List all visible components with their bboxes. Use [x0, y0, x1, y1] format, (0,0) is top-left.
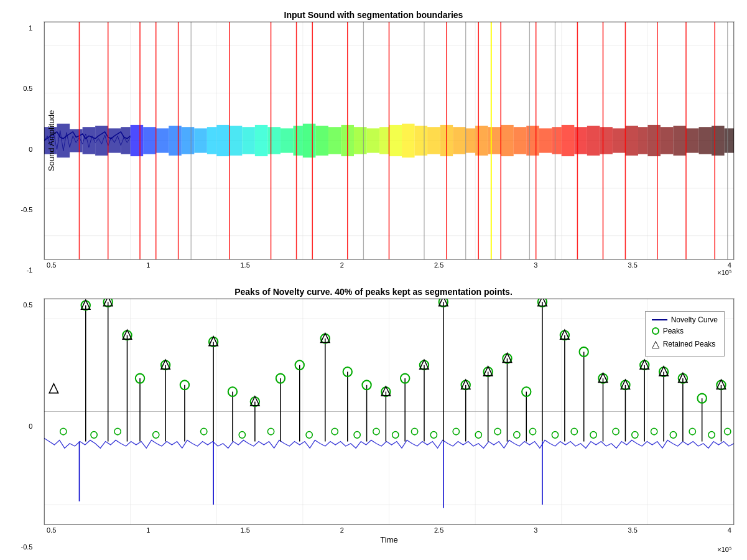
svg-point-196	[552, 432, 558, 439]
svg-rect-54	[562, 125, 575, 156]
svg-rect-64	[686, 128, 699, 152]
svg-point-188	[392, 432, 399, 439]
svg-rect-59	[625, 126, 638, 156]
svg-point-185	[332, 428, 338, 435]
svg-rect-37	[354, 127, 367, 154]
svg-point-193	[494, 428, 501, 435]
svg-point-198	[590, 432, 596, 439]
svg-rect-52	[539, 128, 552, 152]
svg-rect-30	[267, 127, 281, 154]
svg-rect-23	[182, 127, 195, 154]
bottom-chart-svg	[44, 299, 734, 525]
svg-rect-21	[156, 128, 169, 152]
bottom-x-ticks: 0.5 1 1.5 2 2.5 3 3.5 4	[44, 525, 735, 534]
svg-point-184	[306, 432, 312, 439]
top-chart-svg	[44, 22, 734, 259]
svg-point-183	[267, 428, 274, 435]
svg-point-201	[651, 428, 657, 435]
svg-rect-25	[207, 127, 216, 154]
legend-circle-peaks	[652, 327, 659, 335]
legend-label-peaks: Peaks	[663, 327, 684, 335]
svg-rect-33	[303, 124, 316, 158]
legend-label-retained: Retained Peaks	[663, 340, 716, 348]
svg-rect-62	[661, 127, 674, 154]
svg-rect-31	[281, 128, 294, 152]
svg-point-203	[689, 428, 695, 435]
svg-point-187	[373, 428, 379, 435]
svg-point-177	[60, 428, 67, 435]
svg-point-191	[453, 428, 459, 435]
svg-rect-61	[647, 125, 661, 156]
svg-rect-63	[673, 126, 686, 156]
svg-rect-51	[526, 126, 539, 156]
bottom-x-exp: ×10⁵	[44, 546, 735, 554]
svg-rect-13	[57, 124, 70, 158]
svg-point-181	[201, 428, 207, 435]
svg-rect-53	[552, 127, 561, 154]
svg-rect-47	[475, 126, 488, 156]
svg-rect-19	[131, 125, 144, 156]
top-y-tick-3: 0	[29, 146, 32, 153]
svg-point-192	[475, 432, 481, 439]
svg-point-194	[514, 432, 520, 439]
svg-point-200	[632, 432, 638, 439]
svg-rect-60	[638, 127, 647, 154]
top-chart-panel: 1 0.5 0 -0.5 -1 Sound Amplitude	[12, 21, 735, 277]
svg-rect-46	[466, 128, 475, 152]
legend-item-peaks: Peaks	[652, 327, 718, 335]
svg-rect-66	[712, 126, 725, 156]
top-y-tick-4: -0.5	[21, 206, 33, 213]
svg-rect-32	[293, 126, 302, 156]
svg-rect-29	[255, 125, 268, 156]
svg-rect-22	[169, 126, 182, 156]
bottom-chart-title: Peaks of Novelty curve. 40% of peaks kep…	[12, 283, 735, 298]
svg-rect-56	[587, 126, 600, 156]
svg-rect-45	[453, 127, 466, 154]
legend-item-retained: △ Retained Peaks	[652, 338, 718, 350]
top-y-tick-1: 1	[29, 24, 32, 32]
svg-point-199	[613, 428, 619, 435]
bottom-y-tick-2: 0	[29, 422, 32, 430]
svg-rect-27	[230, 126, 243, 156]
svg-rect-58	[613, 128, 626, 152]
bottom-x-label: Time	[44, 534, 735, 546]
svg-point-190	[430, 432, 437, 439]
bottom-chart-area: Novelty Novelty Curve Peaks △ Retained P…	[44, 298, 735, 525]
bottom-chart-panel: 0.5 0 -0.5 Novelty Novelty Curve Peaks	[12, 298, 735, 554]
svg-marker-218	[49, 384, 58, 393]
svg-point-205	[725, 428, 731, 435]
top-y-tick-5: -1	[27, 266, 33, 274]
svg-rect-20	[143, 127, 156, 154]
svg-rect-38	[367, 128, 380, 152]
bottom-y-tick-1: 0.5	[23, 301, 32, 309]
svg-rect-28	[242, 127, 255, 154]
top-y-axis-label: Sound Amplitude	[47, 110, 56, 171]
svg-point-189	[411, 428, 417, 435]
legend-label-novelty: Novelty Curve	[671, 315, 718, 324]
legend-line-novelty	[652, 319, 667, 320]
svg-point-204	[708, 432, 715, 439]
svg-rect-50	[514, 127, 527, 154]
svg-rect-49	[501, 125, 514, 156]
svg-point-179	[114, 428, 121, 435]
svg-point-202	[670, 432, 676, 439]
svg-rect-34	[315, 126, 328, 156]
svg-rect-67	[725, 128, 734, 152]
main-container: Input Sound with segmentation boundaries…	[0, 0, 747, 560]
svg-rect-18	[121, 127, 130, 154]
svg-rect-40	[389, 125, 402, 156]
svg-rect-48	[488, 127, 501, 154]
legend-box: Novelty Curve Peaks △ Retained Peaks	[645, 311, 725, 357]
svg-point-197	[571, 428, 577, 435]
svg-rect-65	[699, 127, 712, 154]
svg-point-186	[354, 432, 360, 439]
svg-point-182	[239, 432, 245, 439]
svg-rect-55	[574, 127, 587, 154]
svg-point-180	[153, 432, 159, 439]
svg-rect-39	[379, 127, 389, 154]
svg-point-178	[91, 432, 97, 439]
svg-rect-57	[600, 127, 613, 154]
top-y-tick-2: 0.5	[23, 85, 32, 92]
top-chart-title: Input Sound with segmentation boundaries	[12, 6, 735, 21]
legend-item-novelty: Novelty Curve	[652, 315, 718, 324]
